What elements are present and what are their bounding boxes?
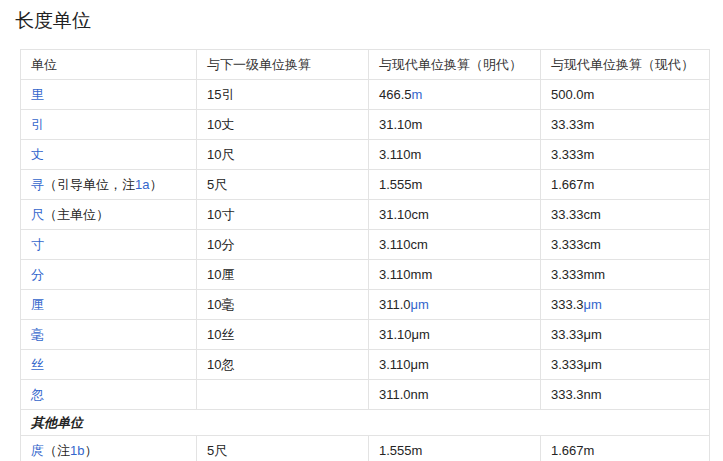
next-cell	[197, 379, 369, 409]
cell-text: 33.33m	[551, 117, 594, 132]
note-link[interactable]: 1a	[135, 177, 149, 192]
cell-text: 3.110mm	[379, 267, 432, 282]
length-units-table: 单位与下一级单位换算与现代单位换算（明代）与现代单位换算（现代） 里15引466…	[20, 49, 710, 461]
cell-text: 3.110cm	[379, 237, 428, 252]
unit-link[interactable]: 寻	[31, 177, 44, 192]
cell-text: 333.3	[551, 297, 584, 312]
unit-link[interactable]: 忽	[31, 387, 44, 402]
cell-text: 31.10μm	[379, 327, 430, 342]
cell-text: 3.333μm	[551, 357, 602, 372]
ming-cell: 1.555m	[369, 169, 541, 199]
page: 长度单位 单位与下一级单位换算与现代单位换算（明代）与现代单位换算（现代） 里1…	[0, 0, 723, 461]
cell-text: 10厘	[207, 267, 234, 282]
table-row: 厘10毫311.0μm333.3μm	[21, 289, 710, 319]
unit-link[interactable]: 分	[31, 267, 44, 282]
table-row: 尺（主单位）10寸31.10cm33.33cm	[21, 199, 710, 229]
table-row: 引10丈31.10m33.33m	[21, 109, 710, 139]
si-unit-link[interactable]: μm	[584, 297, 602, 312]
ming-cell: 466.5m	[369, 79, 541, 109]
table-row: 分10厘3.110mm3.333mm	[21, 259, 710, 289]
cell-text: 10毫	[207, 297, 234, 312]
cell-text: 466.5	[379, 87, 412, 102]
unit-cell: 尺（主单位）	[21, 199, 197, 229]
cell-text: （注	[44, 443, 70, 458]
col-header-unit: 单位	[21, 49, 197, 79]
modern-cell: 33.33m	[541, 109, 710, 139]
header-row: 单位与下一级单位换算与现代单位换算（明代）与现代单位换算（现代）	[21, 49, 710, 79]
next-cell: 10尺	[197, 139, 369, 169]
col-header-next-unit: 与下一级单位换算	[197, 49, 369, 79]
unit-link[interactable]: 引	[31, 117, 44, 132]
unit-link[interactable]: 寸	[31, 237, 44, 252]
next-cell: 15引	[197, 79, 369, 109]
ming-cell: 31.10m	[369, 109, 541, 139]
unit-cell: 庹（注1b）	[21, 435, 197, 461]
next-cell: 10厘	[197, 259, 369, 289]
unit-cell: 毫	[21, 319, 197, 349]
cell-text: 333.3nm	[551, 387, 602, 402]
cell-text: 3.333cm	[551, 237, 601, 252]
cell-text: 10忽	[207, 357, 234, 372]
table-row: 庹（注1b）5尺1.555m1.667m	[21, 435, 710, 461]
cell-text: 1.555m	[379, 443, 422, 458]
unit-cell: 厘	[21, 289, 197, 319]
cell-text: 1.555m	[379, 177, 422, 192]
modern-cell: 3.333m	[541, 139, 710, 169]
next-cell: 10毫	[197, 289, 369, 319]
cell-text: （主单位）	[44, 207, 109, 222]
unit-link[interactable]: 里	[31, 87, 44, 102]
si-unit-link[interactable]: m	[412, 87, 423, 102]
table-row: 里15引466.5m500.0m	[21, 79, 710, 109]
unit-cell: 寻（引导单位，注1a）	[21, 169, 197, 199]
cell-text: 3.110m	[379, 147, 421, 162]
cell-text: 311.0	[379, 297, 411, 312]
unit-link[interactable]: 毫	[31, 327, 44, 342]
cell-text: 33.33μm	[551, 327, 602, 342]
modern-cell: 3.333mm	[541, 259, 710, 289]
cell-text: 10丈	[207, 117, 234, 132]
cell-text: 10丝	[207, 327, 234, 342]
modern-cell: 3.333μm	[541, 349, 710, 379]
cell-text: 31.10cm	[379, 207, 429, 222]
unit-link[interactable]: 丝	[31, 357, 44, 372]
cell-text: 1.667m	[551, 177, 594, 192]
unit-cell: 丝	[21, 349, 197, 379]
unit-link[interactable]: 庹	[31, 443, 44, 458]
note-link[interactable]: 1b	[70, 443, 84, 458]
unit-cell: 忽	[21, 379, 197, 409]
cell-text: 33.33cm	[551, 207, 601, 222]
table-row: 寻（引导单位，注1a）5尺1.555m1.667m	[21, 169, 710, 199]
cell-text: 5尺	[207, 443, 227, 458]
table-body: 里15引466.5m500.0m引10丈31.10m33.33m丈10尺3.11…	[21, 79, 710, 461]
cell-text: 31.10m	[379, 117, 422, 132]
section-label: 其他单位	[21, 409, 710, 435]
unit-cell: 引	[21, 109, 197, 139]
unit-link[interactable]: 厘	[31, 297, 44, 312]
unit-link[interactable]: 尺	[31, 207, 44, 222]
ming-cell: 311.0nm	[369, 379, 541, 409]
cell-text: 5尺	[207, 177, 227, 192]
next-cell: 10寸	[197, 199, 369, 229]
table-row: 忽311.0nm333.3nm	[21, 379, 710, 409]
ming-cell: 3.110m	[369, 139, 541, 169]
next-cell: 10丝	[197, 319, 369, 349]
cell-text: ）	[149, 177, 162, 192]
table-row: 丈10尺3.110m3.333m	[21, 139, 710, 169]
table-row: 丝10忽3.110μm3.333μm	[21, 349, 710, 379]
cell-text: 3.333mm	[551, 267, 605, 282]
ming-cell: 31.10cm	[369, 199, 541, 229]
unit-cell: 分	[21, 259, 197, 289]
ming-cell: 1.555m	[369, 435, 541, 461]
cell-text: （引导单位，注	[44, 177, 135, 192]
modern-cell: 33.33cm	[541, 199, 710, 229]
cell-text: 10分	[207, 237, 234, 252]
next-cell: 5尺	[197, 435, 369, 461]
cell-text: ）	[84, 443, 97, 458]
next-cell: 10忽	[197, 349, 369, 379]
modern-cell: 500.0m	[541, 79, 710, 109]
modern-cell: 33.33μm	[541, 319, 710, 349]
unit-link[interactable]: 丈	[31, 147, 44, 162]
modern-cell: 333.3nm	[541, 379, 710, 409]
ming-cell: 3.110cm	[369, 229, 541, 259]
si-unit-link[interactable]: μm	[411, 297, 429, 312]
